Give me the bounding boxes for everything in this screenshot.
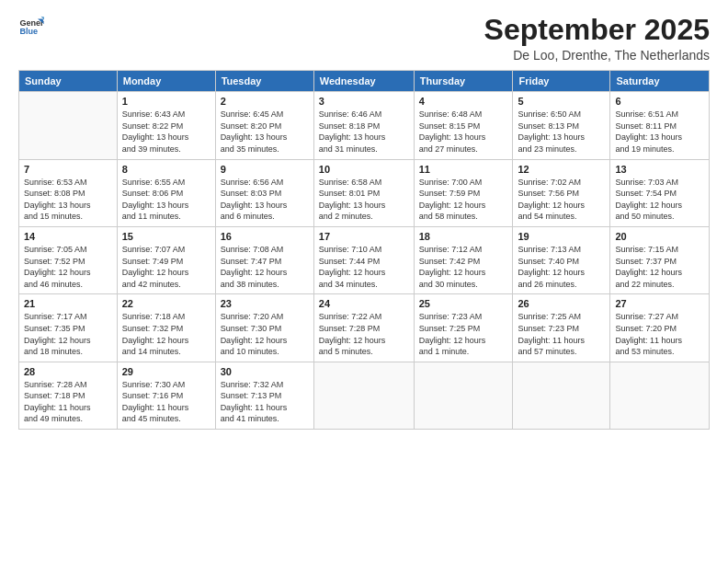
day-number: 11: [419, 164, 508, 175]
table-row: [414, 362, 513, 429]
day-number: 23: [221, 298, 309, 309]
day-info: Sunrise: 6:45 AMSunset: 8:20 PMDaylight:…: [221, 109, 309, 155]
table-row: 12Sunrise: 7:02 AMSunset: 7:56 PMDayligh…: [513, 159, 610, 226]
col-tuesday: Tuesday: [215, 71, 313, 92]
day-number: 28: [24, 366, 112, 377]
table-row: 18Sunrise: 7:12 AMSunset: 7:42 PMDayligh…: [414, 226, 513, 293]
day-info: Sunrise: 7:17 AMSunset: 7:35 PMDaylight:…: [24, 311, 112, 357]
table-row: 29Sunrise: 7:30 AMSunset: 7:16 PMDayligh…: [117, 362, 215, 429]
day-info: Sunrise: 7:23 AMSunset: 7:25 PMDaylight:…: [419, 311, 508, 357]
table-row: 17Sunrise: 7:10 AMSunset: 7:44 PMDayligh…: [313, 226, 414, 293]
day-number: 16: [221, 231, 309, 242]
day-info: Sunrise: 6:58 AMSunset: 8:01 PMDaylight:…: [319, 177, 409, 223]
col-monday: Monday: [117, 71, 215, 92]
day-number: 24: [319, 298, 409, 309]
table-row: 24Sunrise: 7:22 AMSunset: 7:28 PMDayligh…: [313, 294, 414, 362]
day-number: 14: [24, 231, 112, 242]
header: General Blue September 2025 De Loo, Dren…: [18, 14, 710, 63]
table-row: [610, 362, 710, 429]
table-row: [313, 362, 414, 429]
table-row: 23Sunrise: 7:20 AMSunset: 7:30 PMDayligh…: [215, 294, 313, 362]
day-info: Sunrise: 7:22 AMSunset: 7:28 PMDaylight:…: [319, 311, 409, 357]
day-info: Sunrise: 7:15 AMSunset: 7:37 PMDaylight:…: [615, 244, 704, 290]
day-number: 20: [615, 231, 704, 242]
day-info: Sunrise: 6:46 AMSunset: 8:18 PMDaylight:…: [319, 109, 409, 155]
location: De Loo, Drenthe, The Netherlands: [484, 48, 710, 63]
day-number: 19: [518, 231, 605, 242]
day-number: 6: [615, 96, 704, 107]
table-row: [513, 362, 610, 429]
day-number: 8: [122, 164, 210, 175]
logo-icon: General Blue: [18, 14, 44, 40]
table-row: 13Sunrise: 7:03 AMSunset: 7:54 PMDayligh…: [610, 159, 710, 226]
day-info: Sunrise: 7:27 AMSunset: 7:20 PMDaylight:…: [615, 311, 704, 357]
table-row: 1Sunrise: 6:43 AMSunset: 8:22 PMDaylight…: [117, 92, 215, 159]
day-number: 4: [419, 96, 508, 107]
day-number: 9: [221, 164, 309, 175]
day-number: 17: [319, 231, 409, 242]
day-number: 2: [221, 96, 309, 107]
day-info: Sunrise: 7:07 AMSunset: 7:49 PMDaylight:…: [122, 244, 210, 290]
table-row: 20Sunrise: 7:15 AMSunset: 7:37 PMDayligh…: [610, 226, 710, 293]
table-row: 5Sunrise: 6:50 AMSunset: 8:13 PMDaylight…: [513, 92, 610, 159]
table-row: 3Sunrise: 6:46 AMSunset: 8:18 PMDaylight…: [313, 92, 414, 159]
month-title: September 2025: [484, 14, 710, 46]
day-info: Sunrise: 7:13 AMSunset: 7:40 PMDaylight:…: [518, 244, 605, 290]
table-row: 4Sunrise: 6:48 AMSunset: 8:15 PMDaylight…: [414, 92, 513, 159]
day-number: 21: [24, 298, 112, 309]
day-number: 30: [221, 366, 309, 377]
day-info: Sunrise: 7:03 AMSunset: 7:54 PMDaylight:…: [615, 177, 704, 223]
day-info: Sunrise: 6:53 AMSunset: 8:08 PMDaylight:…: [24, 177, 112, 223]
table-row: 14Sunrise: 7:05 AMSunset: 7:52 PMDayligh…: [19, 226, 118, 293]
day-number: 22: [122, 298, 210, 309]
table-row: 25Sunrise: 7:23 AMSunset: 7:25 PMDayligh…: [414, 294, 513, 362]
day-info: Sunrise: 7:32 AMSunset: 7:13 PMDaylight:…: [221, 379, 309, 425]
day-info: Sunrise: 7:30 AMSunset: 7:16 PMDaylight:…: [122, 379, 210, 425]
table-row: 10Sunrise: 6:58 AMSunset: 8:01 PMDayligh…: [313, 159, 414, 226]
day-info: Sunrise: 7:05 AMSunset: 7:52 PMDaylight:…: [24, 244, 112, 290]
table-row: 16Sunrise: 7:08 AMSunset: 7:47 PMDayligh…: [215, 226, 313, 293]
calendar-table: Sunday Monday Tuesday Wednesday Thursday…: [18, 70, 710, 430]
table-row: 8Sunrise: 6:55 AMSunset: 8:06 PMDaylight…: [117, 159, 215, 226]
col-sunday: Sunday: [19, 71, 118, 92]
day-number: 7: [24, 164, 112, 175]
table-row: 30Sunrise: 7:32 AMSunset: 7:13 PMDayligh…: [215, 362, 313, 429]
table-row: 19Sunrise: 7:13 AMSunset: 7:40 PMDayligh…: [513, 226, 610, 293]
day-number: 1: [122, 96, 210, 107]
table-row: 15Sunrise: 7:07 AMSunset: 7:49 PMDayligh…: [117, 226, 215, 293]
day-info: Sunrise: 6:56 AMSunset: 8:03 PMDaylight:…: [221, 177, 309, 223]
day-number: 5: [518, 96, 605, 107]
logo: General Blue: [18, 14, 48, 40]
title-block: September 2025 De Loo, Drenthe, The Neth…: [484, 14, 710, 63]
svg-text:Blue: Blue: [19, 27, 38, 36]
col-saturday: Saturday: [610, 71, 710, 92]
day-info: Sunrise: 7:25 AMSunset: 7:23 PMDaylight:…: [518, 311, 605, 357]
day-number: 27: [615, 298, 704, 309]
table-row: 9Sunrise: 6:56 AMSunset: 8:03 PMDaylight…: [215, 159, 313, 226]
day-info: Sunrise: 7:18 AMSunset: 7:32 PMDaylight:…: [122, 311, 210, 357]
table-row: 28Sunrise: 7:28 AMSunset: 7:18 PMDayligh…: [19, 362, 118, 429]
day-number: 13: [615, 164, 704, 175]
table-row: 6Sunrise: 6:51 AMSunset: 8:11 PMDaylight…: [610, 92, 710, 159]
day-info: Sunrise: 7:02 AMSunset: 7:56 PMDaylight:…: [518, 177, 605, 223]
table-row: 2Sunrise: 6:45 AMSunset: 8:20 PMDaylight…: [215, 92, 313, 159]
table-row: 11Sunrise: 7:00 AMSunset: 7:59 PMDayligh…: [414, 159, 513, 226]
day-info: Sunrise: 7:12 AMSunset: 7:42 PMDaylight:…: [419, 244, 508, 290]
day-info: Sunrise: 6:55 AMSunset: 8:06 PMDaylight:…: [122, 177, 210, 223]
col-wednesday: Wednesday: [313, 71, 414, 92]
day-number: 18: [419, 231, 508, 242]
day-number: 26: [518, 298, 605, 309]
day-info: Sunrise: 7:10 AMSunset: 7:44 PMDaylight:…: [319, 244, 409, 290]
day-number: 10: [319, 164, 409, 175]
day-info: Sunrise: 6:48 AMSunset: 8:15 PMDaylight:…: [419, 109, 508, 155]
table-row: 21Sunrise: 7:17 AMSunset: 7:35 PMDayligh…: [19, 294, 118, 362]
day-info: Sunrise: 6:50 AMSunset: 8:13 PMDaylight:…: [518, 109, 605, 155]
day-number: 25: [419, 298, 508, 309]
day-number: 29: [122, 366, 210, 377]
day-number: 15: [122, 231, 210, 242]
table-row: 22Sunrise: 7:18 AMSunset: 7:32 PMDayligh…: [117, 294, 215, 362]
table-row: 26Sunrise: 7:25 AMSunset: 7:23 PMDayligh…: [513, 294, 610, 362]
table-row: [19, 92, 118, 159]
day-info: Sunrise: 6:43 AMSunset: 8:22 PMDaylight:…: [122, 109, 210, 155]
day-info: Sunrise: 7:00 AMSunset: 7:59 PMDaylight:…: [419, 177, 508, 223]
